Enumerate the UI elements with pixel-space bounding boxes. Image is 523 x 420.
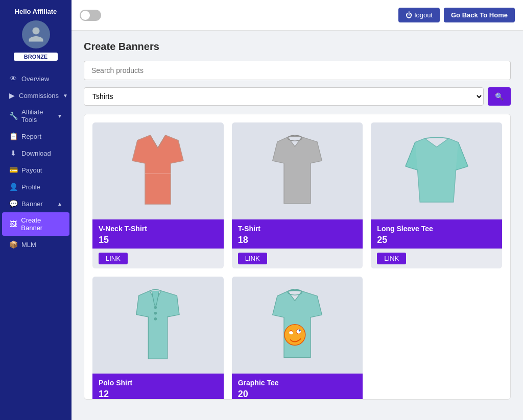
chevron-icon: ▼ <box>63 93 68 98</box>
product-image-area <box>92 277 224 374</box>
create-banner-icon: 🖼 <box>9 220 17 228</box>
svg-point-2 <box>154 306 157 309</box>
product-count: 12 <box>99 389 218 400</box>
sidebar-item-download[interactable]: ⬇ Download <box>2 145 69 161</box>
logout-button[interactable]: ⏻ logout <box>398 8 440 22</box>
nav-label: Profile <box>21 183 40 191</box>
svg-point-4 <box>154 317 157 320</box>
go-home-button[interactable]: Go Back To Home <box>444 8 515 22</box>
sidebar-item-overview[interactable]: 👁 Overview <box>2 70 69 87</box>
product-count: 15 <box>99 235 218 245</box>
main-content: ⏻ logout Go Back To Home Create Banners … <box>72 0 523 420</box>
sidebar-item-profile[interactable]: 👤 Profile <box>2 179 69 195</box>
header: ⏻ logout Go Back To Home <box>72 0 523 31</box>
sidebar: Hello Affiliate BRONZE 👁 Overview ▶ Comm… <box>0 0 72 420</box>
sidebar-item-payout[interactable]: 💳 Payout <box>2 162 69 178</box>
product-card: Long Sleeve Tee 25 LINK <box>371 122 502 268</box>
product-footer: LINK <box>371 249 502 268</box>
report-icon: 📋 <box>9 132 17 140</box>
payout-icon: 💳 <box>9 166 17 174</box>
filter-row: TshirtsHoodiesJacketsPants 🔍 <box>84 87 511 106</box>
search-icon: 🔍 <box>495 92 504 101</box>
nav-label: Create Banner <box>21 216 62 232</box>
svg-point-3 <box>154 311 157 314</box>
theme-toggle[interactable] <box>80 10 101 21</box>
logout-label: logout <box>415 11 433 19</box>
product-count: 20 <box>238 389 357 400</box>
nav-label: MLM <box>21 241 36 249</box>
product-info: Graphic Tee 20 <box>232 374 363 400</box>
category-select[interactable]: TshirtsHoodiesJacketsPants <box>84 87 484 106</box>
product-card: Graphic Tee 20 LINK <box>232 277 363 400</box>
mlm-icon: 📦 <box>9 240 17 249</box>
profile-icon: 👤 <box>9 183 17 191</box>
nav-label: Banner <box>21 200 43 208</box>
product-image-area <box>232 122 363 219</box>
products-container[interactable]: V-Neck T-Shirt 15 LINK T-Shirt 18 LINK L… <box>84 114 511 400</box>
product-image <box>264 132 330 211</box>
logout-icon: ⏻ <box>406 11 412 19</box>
banner-icon: 💬 <box>9 200 17 208</box>
sidebar-item-commissions[interactable]: ▶ Commissions ▼ <box>2 87 69 104</box>
product-image <box>264 286 330 365</box>
sidebar-item-mlm[interactable]: 📦 MLM <box>2 236 69 253</box>
nav-label: Overview <box>21 75 49 83</box>
products-grid: V-Neck T-Shirt 15 LINK T-Shirt 18 LINK L… <box>92 122 502 400</box>
product-info: Polo Shirt 12 <box>92 374 224 400</box>
user-icon <box>27 26 45 43</box>
header-actions: ⏻ logout Go Back To Home <box>398 8 515 22</box>
sidebar-item-create-banner[interactable]: 🖼 Create Banner <box>2 212 69 236</box>
product-name: T-Shirt <box>238 225 357 233</box>
user-tier-badge: BRONZE <box>14 53 58 61</box>
affiliate-tools-icon: 🔧 <box>9 112 17 120</box>
download-icon: ⬇ <box>9 149 17 157</box>
chevron-icon: ▲ <box>57 201 62 207</box>
product-info: Long Sleeve Tee 25 <box>371 219 502 249</box>
page-content: Create Banners TshirtsHoodiesJacketsPant… <box>72 31 523 420</box>
chevron-icon: ▼ <box>57 113 62 119</box>
product-name: Long Sleeve Tee <box>377 225 496 233</box>
product-card: T-Shirt 18 LINK <box>232 122 363 268</box>
nav-label: Commissions <box>19 92 59 100</box>
product-footer: LINK <box>92 249 224 268</box>
sidebar-nav: 👁 Overview ▶ Commissions ▼ 🔧 Affiliate T… <box>0 70 72 253</box>
link-button[interactable]: LINK <box>99 253 128 264</box>
link-button[interactable]: LINK <box>377 253 406 264</box>
search-button[interactable]: 🔍 <box>488 87 511 106</box>
product-card: Polo Shirt 12 LINK <box>92 277 224 400</box>
svg-point-8 <box>296 329 301 333</box>
product-footer: LINK <box>232 249 363 268</box>
sidebar-item-affiliate-tools[interactable]: 🔧 Affiliate Tools ▼ <box>2 104 69 128</box>
product-image <box>122 130 194 212</box>
product-count: 18 <box>238 235 357 245</box>
nav-label: Affiliate Tools <box>21 108 53 123</box>
commissions-icon: ▶ <box>9 91 15 100</box>
product-image-area <box>232 277 363 374</box>
product-image-area <box>92 122 224 219</box>
product-image-area <box>371 122 502 219</box>
sidebar-item-banner[interactable]: 💬 Banner ▲ <box>2 195 69 212</box>
search-input[interactable] <box>84 61 511 80</box>
product-name: V-Neck T-Shirt <box>99 225 218 233</box>
sidebar-item-report[interactable]: 📋 Report <box>2 128 69 144</box>
toggle-knob <box>81 11 90 20</box>
avatar <box>22 20 50 48</box>
product-info: T-Shirt 18 <box>232 219 363 249</box>
nav-label: Download <box>21 150 51 157</box>
svg-point-9 <box>299 329 301 331</box>
link-button[interactable]: LINK <box>238 253 267 264</box>
nav-label: Payout <box>21 166 42 174</box>
nav-label: Report <box>21 133 41 140</box>
product-image <box>122 283 194 367</box>
page-title: Create Banners <box>84 41 511 53</box>
product-card: V-Neck T-Shirt 15 LINK <box>92 122 224 268</box>
product-count: 25 <box>377 235 496 245</box>
sidebar-greeting: Hello Affiliate <box>15 8 57 15</box>
product-name: Graphic Tee <box>238 379 357 387</box>
product-info: V-Neck T-Shirt 15 <box>92 219 224 249</box>
product-name: Polo Shirt <box>99 379 218 387</box>
overview-icon: 👁 <box>9 75 17 83</box>
product-image <box>398 130 475 212</box>
